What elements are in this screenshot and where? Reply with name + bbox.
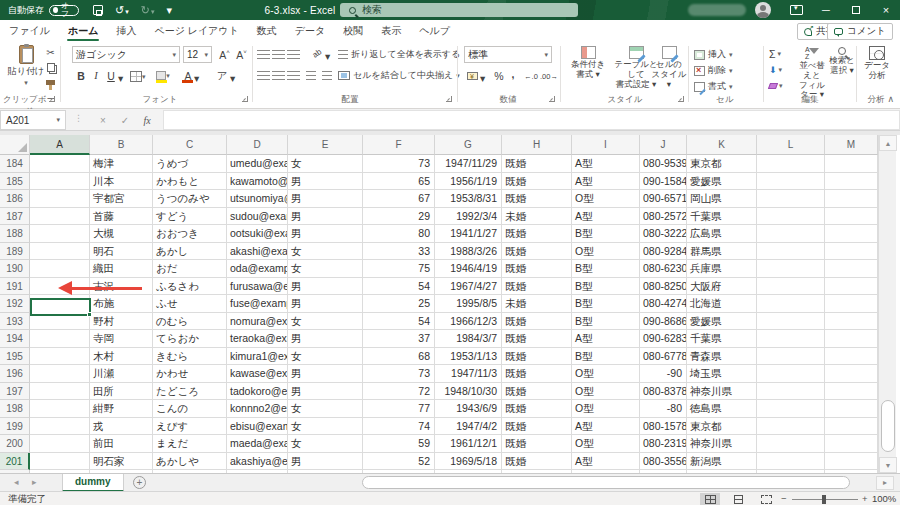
cell-C196[interactable]: かわせ xyxy=(153,365,227,383)
cell-E187[interactable]: 男 xyxy=(288,208,363,226)
cell-C201[interactable]: あかしや xyxy=(153,453,227,471)
cell-B192[interactable]: 布施 xyxy=(90,295,153,313)
cell-G184[interactable]: 1947/11/29 xyxy=(435,155,502,173)
cell-E186[interactable]: 男 xyxy=(288,190,363,208)
vertical-scrollbar[interactable]: ▲ ▼ xyxy=(878,135,896,473)
cell-E200[interactable]: 女 xyxy=(288,435,363,453)
ribbon-tab[interactable]: データ xyxy=(286,20,334,42)
cell-A190[interactable] xyxy=(30,260,90,278)
cell-D184[interactable]: umedu@exam xyxy=(227,155,288,173)
cell-E198[interactable]: 女 xyxy=(288,400,363,418)
align-middle-button[interactable] xyxy=(272,47,285,62)
ribbon-tab[interactable]: 校閲 xyxy=(334,20,372,42)
row-header-187[interactable]: 187 xyxy=(0,208,30,226)
cell-L187[interactable] xyxy=(757,208,825,226)
cell-G195[interactable]: 1953/1/13 xyxy=(435,348,502,366)
cell-G192[interactable]: 1995/8/5 xyxy=(435,295,502,313)
name-box[interactable]: A201 ▾ xyxy=(0,110,66,130)
cell-A200[interactable] xyxy=(30,435,90,453)
cell-F186[interactable]: 67 xyxy=(363,190,435,208)
cell-E197[interactable]: 男 xyxy=(288,383,363,401)
cell-F201[interactable]: 52 xyxy=(363,453,435,471)
cell-C187[interactable]: すどう xyxy=(153,208,227,226)
format-painter-button[interactable] xyxy=(44,76,57,89)
cell-M196[interactable] xyxy=(825,365,878,383)
cell-D192[interactable]: fuse@exampl xyxy=(227,295,288,313)
cell-I186[interactable]: O型 xyxy=(572,190,640,208)
cell-M199[interactable] xyxy=(825,418,878,436)
column-header-J[interactable]: J xyxy=(640,135,687,155)
insert-cells-button[interactable]: 挿入▾ xyxy=(694,47,733,62)
enter-button[interactable]: ✓ xyxy=(116,111,134,129)
orientation-dropdown-icon[interactable]: ▾ xyxy=(325,48,330,63)
cell-J196[interactable]: -90 xyxy=(640,365,687,383)
cell-E195[interactable]: 女 xyxy=(288,348,363,366)
cell-H194[interactable]: 既婚 xyxy=(502,330,572,348)
cell-E190[interactable]: 女 xyxy=(288,260,363,278)
row-header-198[interactable]: 198 xyxy=(0,400,30,418)
cell-M184[interactable] xyxy=(825,155,878,173)
cell-G197[interactable]: 1948/10/30 xyxy=(435,383,502,401)
cell-K192[interactable]: 北海道 xyxy=(687,295,757,313)
clipboard-dialog-launcher[interactable] xyxy=(49,96,55,102)
cell-M189[interactable] xyxy=(825,243,878,261)
cell-C198[interactable]: こんの xyxy=(153,400,227,418)
cell-F185[interactable]: 65 xyxy=(363,173,435,191)
cell-L184[interactable] xyxy=(757,155,825,173)
cell-I198[interactable]: O型 xyxy=(572,400,640,418)
cell-M193[interactable] xyxy=(825,313,878,331)
formula-input[interactable] xyxy=(163,110,900,130)
collapse-ribbon-icon[interactable]: ∧ xyxy=(887,94,894,104)
cell-C188[interactable]: おおつき xyxy=(153,225,227,243)
sheet-nav-right-icon[interactable]: ▸ xyxy=(32,477,37,487)
cell-G191[interactable]: 1967/4/27 xyxy=(435,278,502,296)
cell-I194[interactable]: A型 xyxy=(572,330,640,348)
undo-icon[interactable]: ↺▾ xyxy=(115,5,129,16)
ribbon-display-options-icon[interactable] xyxy=(790,5,803,15)
cell-M188[interactable] xyxy=(825,225,878,243)
cell-G186[interactable]: 1953/8/31 xyxy=(435,190,502,208)
cell-A195[interactable] xyxy=(30,348,90,366)
cell-E191[interactable]: 男 xyxy=(288,278,363,296)
cell-A186[interactable] xyxy=(30,190,90,208)
cell-M186[interactable] xyxy=(825,190,878,208)
cell-D196[interactable]: kawase@exar xyxy=(227,365,288,383)
cell-A196[interactable] xyxy=(30,365,90,383)
cell-F195[interactable]: 68 xyxy=(363,348,435,366)
row-header-184[interactable]: 184 xyxy=(0,155,30,173)
delete-cells-button[interactable]: 削除▾ xyxy=(694,63,733,78)
cell-I191[interactable]: B型 xyxy=(572,278,640,296)
cell-K189[interactable]: 群馬県 xyxy=(687,243,757,261)
cell-B189[interactable]: 明石 xyxy=(90,243,153,261)
cell-A191[interactable] xyxy=(30,278,90,296)
sort-filter-button[interactable]: AZ 並べ替えとフィルター ▾ xyxy=(795,46,829,100)
cell-D191[interactable]: furusawa@ex xyxy=(227,278,288,296)
cell-H189[interactable]: 既婚 xyxy=(502,243,572,261)
align-left-button[interactable] xyxy=(257,68,270,83)
cancel-button[interactable]: × xyxy=(94,111,112,129)
phonetic-dropdown-icon[interactable]: ▾ xyxy=(230,70,235,85)
cell-J199[interactable]: 080-1578 xyxy=(640,418,687,436)
cell-K187[interactable]: 千葉県 xyxy=(687,208,757,226)
cell-H199[interactable]: 既婚 xyxy=(502,418,572,436)
cell-J194[interactable]: 090-6283 xyxy=(640,330,687,348)
increase-decimal-button[interactable]: ←.0 xyxy=(522,69,540,84)
cell-H186[interactable]: 既婚 xyxy=(502,190,572,208)
cell-J190[interactable]: 080-6230 xyxy=(640,260,687,278)
vertical-scroll-thumb[interactable] xyxy=(881,400,895,452)
font-dialog-launcher[interactable] xyxy=(242,96,248,102)
row-header-196[interactable]: 196 xyxy=(0,365,30,383)
row-header-188[interactable]: 188 xyxy=(0,225,30,243)
comma-style-button[interactable]: , xyxy=(508,66,518,81)
cell-M190[interactable] xyxy=(825,260,878,278)
row-header-192[interactable]: 192 xyxy=(0,295,30,313)
column-header-A[interactable]: A xyxy=(30,135,90,155)
view-page-layout-button[interactable] xyxy=(728,493,748,505)
font-color-dropdown-icon[interactable]: ▾ xyxy=(194,70,199,85)
selected-cell-A201[interactable] xyxy=(30,298,91,317)
cell-I196[interactable]: O型 xyxy=(572,365,640,383)
cell-L190[interactable] xyxy=(757,260,825,278)
cell-H184[interactable]: 既婚 xyxy=(502,155,572,173)
cell-B193[interactable]: 野村 xyxy=(90,313,153,331)
cell-B194[interactable]: 寺岡 xyxy=(90,330,153,348)
